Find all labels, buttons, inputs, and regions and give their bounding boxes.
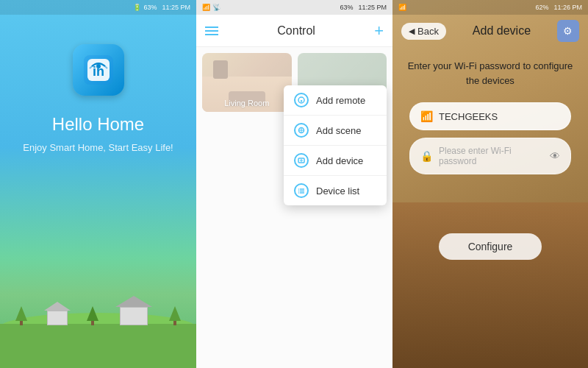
menu-item-add-remote[interactable]: ● Add remote [284,85,387,116]
menu-item-device-list[interactable]: Device list [284,176,387,205]
control-title: Control [277,24,315,38]
status-icons-right-3: 62% 11:26 PM [535,4,582,11]
status-icons-1: 🔋 63% 11:25 PM [133,4,190,11]
signal-icon: 📡 [212,4,220,11]
panel3-form: Enter your Wi-Fi password to configure t… [392,47,588,272]
gear-button[interactable]: ⚙ [557,20,579,42]
lock-icon: 🔒 [420,150,433,162]
tree-top-1 [15,306,27,321]
house-body-1 [47,311,68,325]
remote-icon: ● [294,93,309,107]
signal-icon-3: 📶 [398,4,406,11]
svg-point-15 [298,188,300,190]
hello-home-title: Hello Home [52,114,144,135]
house-body-2 [120,307,148,325]
device-icon [294,153,309,168]
menu-item-add-scene[interactable]: Add scene [284,116,387,146]
add-device-header: ◀ Back Add device ⚙ [392,15,588,47]
back-button[interactable]: ◀ Back [401,23,446,40]
status-icons-left-2: 📶 📡 [202,4,220,11]
wifi-icon: 📶 [420,110,433,122]
control-header: Control + [196,15,392,47]
eye-icon[interactable]: 👁 [550,150,560,162]
menu-item-add-device[interactable]: Add device [284,146,387,176]
back-arrow-icon: ◀ [409,26,415,36]
battery-icon: 🔋 [133,4,141,11]
battery-percent-3: 62% [535,4,548,11]
logo-svg: in [80,52,117,88]
panel-control: 📶 📡 63% 11:25 PM Control + Living Room s… [196,0,392,368]
back-label: Back [417,26,439,37]
tree-trunk-2 [91,321,94,325]
status-icons-left-3: 📶 [398,4,406,11]
panel-add-device: 📶 62% 11:26 PM ◀ Back Add device ⚙ Enter… [392,0,588,368]
scene-icons [0,296,196,325]
scene-icon [294,123,309,138]
menu-add-scene-label: Add scene [316,125,361,136]
house-2 [115,296,152,325]
status-icons-right-2: 63% 11:25 PM [340,4,387,11]
add-device-title: Add device [473,24,531,38]
wifi-password-input[interactable]: 🔒 Please enter Wi-Fi password 👁 [409,138,571,174]
list-icon [294,183,309,198]
hamburger-line-3 [205,34,218,35]
add-button[interactable]: + [374,21,384,40]
house-roof-2 [115,296,152,307]
tree-top-3 [169,306,181,321]
svg-text:●: ● [300,99,303,103]
dropdown-menu: ● Add remote Add scene Add device [284,85,387,205]
tree-1 [16,306,27,325]
status-bar-1: 🔋 63% 11:25 PM [0,0,196,15]
svg-point-16 [298,191,300,192]
ground-scene [0,280,196,368]
menu-add-device-label: Add device [316,155,363,166]
battery-percent-1: 63% [143,4,157,11]
status-bar-3: 📶 62% 11:26 PM [392,0,588,15]
svg-point-17 [298,192,300,194]
menu-add-remote-label: Add remote [316,95,365,106]
time-2: 11:25 PM [358,4,387,11]
hamburger-line-2 [205,30,218,32]
house-roof-1 [44,302,71,311]
configure-button[interactable]: Configure [439,233,542,260]
menu-device-list-label: Device list [316,185,359,197]
broadlink-logo: in [73,44,124,96]
control-content: Living Room sc... ● Add remote [196,47,392,368]
tree-trunk-1 [20,321,23,325]
house-1 [44,302,71,325]
hello-home-subtitle: Enjoy Smart Home, Start Easy Life! [23,142,173,153]
gear-icon: ⚙ [563,25,573,37]
tree-3 [169,306,180,325]
ground [0,324,196,368]
svg-point-3 [96,64,101,68]
tree-top-2 [87,306,98,321]
password-placeholder-text: Please enter Wi-Fi password [439,146,544,166]
status-bar-2: 📶 📡 63% 11:25 PM [196,0,392,15]
tree-trunk-3 [173,321,176,325]
battery-percent-2: 63% [340,4,353,11]
panel-hello-home: 🔋 63% 11:25 PM in Hello Home Enjoy Smart… [0,0,196,368]
wifi-icon-status: 📶 [202,4,210,11]
hamburger-line-1 [205,26,218,28]
wifi-name-text: TECHGEEKS [439,111,498,122]
hamburger-menu[interactable] [205,26,218,35]
time-3: 11:26 PM [553,4,582,11]
tree-2 [87,306,98,325]
wifi-name-input[interactable]: 📶 TECHGEEKS [409,102,571,130]
wifi-instruction: Enter your Wi-Fi password to configure t… [404,59,576,88]
time-1: 11:25 PM [162,4,190,11]
